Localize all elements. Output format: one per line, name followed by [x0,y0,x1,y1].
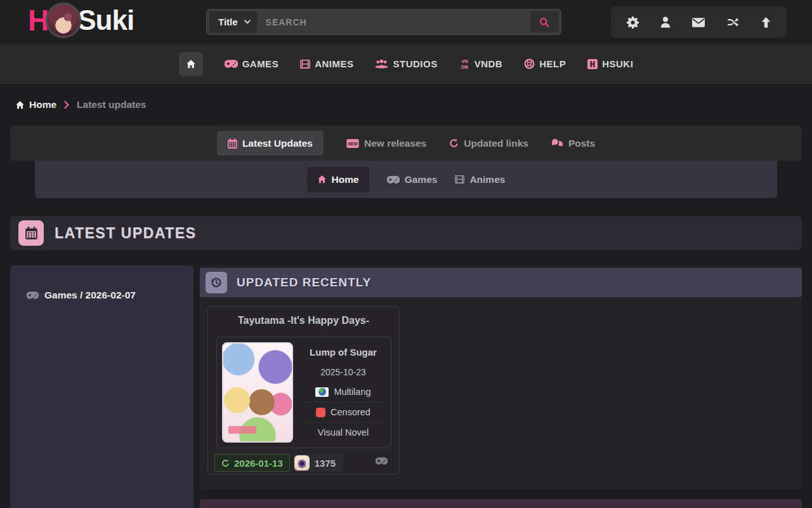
search-category-select[interactable]: Title [209,11,257,32]
subtab-games[interactable]: Games [387,174,438,185]
nav-home-button[interactable] [179,52,203,76]
game-cover-image[interactable] [222,342,293,443]
new-badge-icon: NEW [346,139,359,148]
calendar-icon [18,220,44,246]
nav-label: HELP [539,58,566,69]
user-icon [660,17,671,28]
people-icon [375,59,388,69]
quick-actions-group [611,6,787,38]
messages-button[interactable] [692,18,705,27]
tab-label: Updated links [464,138,528,149]
nav-item-studios[interactable]: STUDIOS [375,58,437,69]
tab-label: New releases [364,138,426,149]
svg-text:DB: DB [461,64,469,69]
nav-item-help[interactable]: HELP [524,58,566,69]
tab-latest-updates[interactable]: Latest Updates [217,131,324,156]
main-nav: GAMES ANIMES STUDIOS VNDB VNDB HELP HSUK… [0,44,812,84]
panel-header-updated-recently: UPDATED RECENTLY [200,268,802,297]
breadcrumb-home-label: Home [29,99,56,110]
arrow-up-icon [761,17,771,28]
breadcrumb-home-link[interactable]: Home [15,99,56,110]
search-button[interactable] [530,11,558,32]
game-category: Visual Novel [301,422,386,443]
nav-item-hsuki[interactable]: HSUKI [587,58,633,69]
shuffle-icon [727,17,740,27]
gamepad-icon [387,176,400,184]
chevron-down-icon [244,20,251,24]
nav-item-vndb[interactable]: VNDB VNDB [459,58,503,69]
tab-new-releases[interactable]: NEW New releases [346,138,426,149]
last-update-date: 2026-01-13 [234,458,283,469]
subtab-animes[interactable]: Animes [455,174,505,185]
panel-title: UPDATED RECENTLY [237,276,371,290]
sidebar-group-label: Games / 2026-02-07 [44,290,136,301]
vndb-icon: VNDB [459,58,470,69]
settings-button[interactable] [627,17,639,29]
page-title: LATEST UPDATES [55,225,196,242]
eye-icon [294,455,310,471]
nav-label: STUDIOS [393,58,437,69]
breadcrumb: Home Latest updates [15,95,146,114]
film-icon [300,60,310,69]
home-icon [186,59,196,69]
gamepad-icon [27,291,39,299]
globe-icon [315,387,329,397]
cover-logo-placeholder [228,426,256,434]
date-group-sidebar: Games / 2026-02-07 [10,265,193,508]
section-header-latest-updates: LATEST UPDATES [10,216,802,250]
language-label: Multilang [334,387,370,397]
nav-item-animes[interactable]: ANIMES [300,58,353,69]
censored-icon [316,408,325,417]
subtab-label: Animes [469,174,505,185]
breadcrumb-current: Latest updates [77,99,146,110]
gear-icon [627,17,639,29]
sync-icon [221,459,230,467]
search-input[interactable] [257,11,530,32]
studio-name[interactable]: Lump of Sugar [301,342,386,362]
home-icon [15,100,25,110]
life-ring-icon [524,58,535,69]
game-details-box: Lump of Sugar 2025-10-23 Multilang Censo… [216,337,391,448]
home-icon [317,175,327,184]
next-section-strip [200,499,802,508]
top-header: H Suki Title [0,0,812,44]
card-footer: 2026-01-13 1375 [214,454,393,472]
views-badge: 1375 [293,454,343,472]
tab-label: Posts [568,138,595,149]
game-card: Tayutama -It's Happy Days- Lump of Sugar… [207,306,400,474]
updates-panel: UPDATED RECENTLY Tayutama -It's Happy Da… [200,265,802,489]
release-date: 2025-10-23 [301,362,386,382]
censorship-row: Censored [301,402,386,422]
view-tabs: Latest Updates NEW New releases Updated … [10,126,802,161]
nav-label: VNDB [475,58,503,69]
comments-icon [551,138,563,148]
subtab-label: Home [332,174,359,185]
nav-item-games[interactable]: GAMES [225,58,279,69]
h-square-icon [587,59,598,69]
gamepad-icon [225,60,238,68]
logo-avatar [46,3,81,38]
svg-text:NEW: NEW [348,142,358,146]
envelope-icon [692,18,705,27]
sync-icon [449,138,459,148]
user-button[interactable] [660,17,671,28]
random-button[interactable] [727,17,740,27]
sidebar-group-games-date[interactable]: Games / 2026-02-07 [10,265,193,301]
tab-posts[interactable]: Posts [551,138,595,149]
game-details: Lump of Sugar 2025-10-23 Multilang Censo… [301,342,386,443]
search-icon [539,17,549,27]
tab-label: Latest Updates [242,138,313,149]
nav-label: HSUKI [602,58,633,69]
views-count: 1375 [315,458,336,469]
tab-updated-links[interactable]: Updated links [449,138,528,149]
scroll-top-button[interactable] [761,17,771,28]
subtab-label: Games [405,174,438,185]
last-update-badge: 2026-01-13 [214,454,290,472]
game-title[interactable]: Tayutama -It's Happy Days- [208,315,399,326]
censorship-label: Censored [331,407,370,417]
site-logo[interactable]: H Suki [28,3,134,38]
search-bar: Title [206,9,561,35]
subtab-home[interactable]: Home [307,167,369,192]
nav-label: ANIMES [315,58,353,69]
search-category-value: Title [218,17,238,27]
